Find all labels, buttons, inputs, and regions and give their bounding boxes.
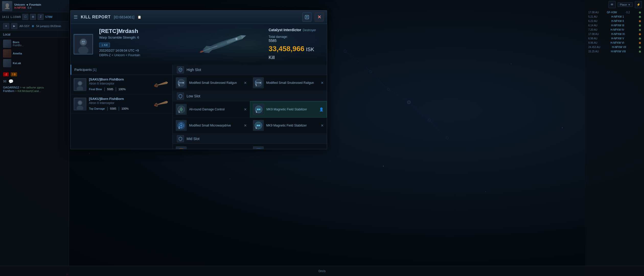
participant-avatar-2 [3,49,11,57]
place-dropdown[interactable]: Place ▼ [618,2,633,7]
mid-slot-item-1[interactable]: 1 MK9 Interdiction ▼ [173,144,250,149]
participant-item-1[interactable]: [SAKU]Born FishBorn Atron II Interceptor… [71,75,172,94]
high-slot-item-2-icon [253,77,264,88]
copy-icon[interactable]: 📋 [137,15,141,19]
participant-2-avatar [74,98,86,110]
warning-badge: ! 0 [11,72,17,76]
sys-row-5[interactable]: 7.20 AU H-NPXW IV· [585,28,644,32]
pilot-details: [RETC]Mrdash Warp Scramble Strength: 6 1… [96,24,266,65]
svg-point-40 [82,41,83,42]
sys-row-1[interactable]: 17.08 AU GF-H3W · 0.2 [585,10,644,15]
negative-badge: -2 [3,72,9,76]
mail-icon[interactable]: ✉ [3,79,6,84]
close-button[interactable]: ✕ [315,13,324,22]
low-slot-item-2-icon [253,104,264,115]
low-slot-item-2[interactable]: 1 MK9 Magnetic Field Stabilizer 👤 [250,101,327,118]
kill-id: [ID:6834061] [114,15,134,19]
final-blow-label: Final Blow [89,88,102,91]
svg-point-81 [180,124,182,126]
participant-1-pct: 100% [119,88,126,91]
filter-icon[interactable]: ⚡ [635,1,642,8]
sidebar-actions: ✉ 💬 [0,78,69,85]
sys-row-10[interactable]: 15.25 AU H-NPXW VIII [585,49,644,54]
mid-slot-shield-icon [178,136,183,141]
low-slot-icon [177,93,184,100]
z-button[interactable]: Z [38,14,44,20]
participant-row-1[interactable]: Born FishBo... [3,40,66,48]
nav-bar: ⏸ ▶ AR-5SY ◉ 54 jump(s) 0h33min [0,21,69,31]
low-slot-shield-icon [178,94,183,98]
low-slot-item-1-icon [176,104,187,115]
sys-row-3[interactable]: 6.22 AU H-NPXW II [585,19,644,23]
total-damage-value: 5585 [269,39,324,43]
low-slot-item-1[interactable]: 1 All-round Damage Control ✕ [173,101,250,118]
ship-class: Destroyer [303,28,316,32]
pause-btn[interactable]: ⏸ [3,23,9,29]
participant-name-2: Amelia [13,52,22,55]
mid-slot-header: Mid Slot [173,134,327,144]
high-slot-1-remove[interactable]: ✕ [244,81,247,85]
time-display: 14:11 [2,15,9,18]
svg-line-13 [409,102,429,120]
modal-title: KILL REPORT [81,15,111,19]
svg-point-8 [383,166,384,167]
low-slot-1-count: 1 [178,110,180,113]
high-slot-items: 1 Modified Small Snubnosed Railgun ✕ [173,75,327,91]
high-slot-title: High Slot [187,68,201,72]
chat-messages: GAGARIN12 > чe забыли здесь FishBorn > K… [0,85,69,94]
mid-slot-item-2[interactable]: 1 Republic Fleet Stasis [250,144,327,149]
menu-icon[interactable]: ☰ [74,14,78,20]
low-slot-4-remove[interactable]: ✕ [321,123,324,128]
svg-point-37 [80,39,87,46]
low-slot-title: Low Slot [187,94,200,98]
svg-point-6 [89,153,90,154]
sys-dot-4 [639,25,641,27]
low-slot-3-remove[interactable]: ✕ [244,123,247,128]
jump-distance: 578M [45,15,52,18]
svg-point-38 [78,46,88,53]
player-bar: Unicorn ◄ Fountain H-NPXW 0.4 [0,0,69,12]
high-slot-item-2[interactable]: 1 Modified Small Snubnosed Railgun ✕ [250,75,327,91]
window-icon[interactable]: ⊞ [30,14,36,20]
sys-row-4[interactable]: 6.14 AU H-NPXW III [585,23,644,28]
low-slot-item-3[interactable]: 1 Modified Small Microwarpdrive ✕ [173,118,250,134]
location-display: L-1SW8 [11,15,21,18]
participant-2-ship: Atron II Interceptor [89,101,149,105]
top-damage-label: Top Damage [89,107,105,110]
svg-point-4 [511,64,511,64]
sys-row-7[interactable]: 6.98 AU H-NPXW V [585,36,644,41]
high-slot-item-1[interactable]: 1 Modified Small Snubnosed Railgun ✕ [173,75,250,91]
pilot-section: [RETC]Mrdash Warp Scramble Strength: 6 1… [71,24,327,65]
ship-info-panel: Catalyst Interdictor Destroyer Total dam… [266,24,327,65]
high-slot-2-remove[interactable]: ✕ [321,81,324,85]
low-slot-item-4[interactable]: 1 MK9 Magnetic Field Stabilizer ✕ [250,118,327,134]
sys-row-2[interactable]: 5.21 AU H-NPXW 1 [585,15,644,19]
sys-dot-9 [639,46,641,48]
eye-icon[interactable]: 👁 [608,1,616,8]
sys-dot-1 [639,12,641,14]
sys-row-9[interactable]: 24.453 AU H-NPXW VII [585,45,644,49]
chat-icon[interactable]: 💬 [8,79,14,84]
kill-report-modal: ☰ KILL REPORT [ID:6834061] 📋 ✕ [70,10,327,149]
svg-point-7 [230,179,230,179]
autopilot-icon[interactable]: ▶ [11,23,17,29]
low-slot-2-person-icon[interactable]: 👤 [319,107,324,111]
participant-row-3[interactable]: Kei.ak [3,59,66,67]
sys-row-8[interactable]: 8.96 AU H-NPXW VI· [585,41,644,45]
low-slot-1-remove[interactable]: ✕ [244,107,247,111]
export-button[interactable] [302,13,312,22]
participant-row-2[interactable]: Amelia [3,49,66,57]
mid-slot-title: Mid Slot [187,137,200,141]
sys-row-6[interactable]: 17.08 AU H-NPXW IX· [585,32,644,36]
local-section-title: Local [0,31,69,38]
chat-msg-2: FishBorn > Kill:Mrdash[Catal... [3,89,66,93]
low-slot-3-name: Modified Small Microwarpdrive [189,124,241,127]
low-slot-4-count: 1 [256,126,257,129]
kill-type-label: Kill [269,55,324,60]
isk-unit: ISK [306,47,314,52]
participant-item-2[interactable]: [SAKU]Born FishBorn Atron II Interceptor… [71,94,172,114]
low-slot-1-name: All-round Damage Control [189,108,241,111]
sys-dot-6 [639,33,641,35]
map-icon[interactable]: ◉ [32,24,34,28]
monitor-icon[interactable]: ☐ [22,14,28,20]
